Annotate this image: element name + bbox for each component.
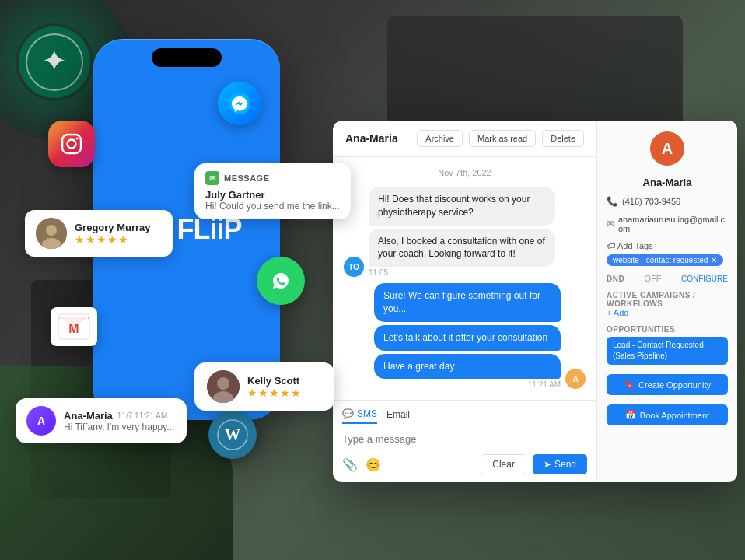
book-appointment-button[interactable]: 📅 Book Appointment (607, 404, 728, 425)
whatsapp-icon[interactable] (257, 257, 305, 305)
svg-text:M: M (68, 322, 79, 335)
chat-contact-name: Ana-Maria (345, 132, 398, 145)
chat-header-actions: Archive Mark as read Delete (417, 130, 584, 147)
notif-sender: July Gartner (205, 189, 340, 201)
email-icon: ✉ (607, 219, 614, 229)
svg-point-5 (76, 138, 79, 140)
tab-email[interactable]: Email (386, 408, 410, 424)
phone-icon: 📞 (607, 196, 618, 207)
kelly-avatar (207, 370, 240, 403)
svg-point-14 (46, 225, 57, 236)
book-appt-icon: 📅 (625, 410, 636, 420)
chat-header: Ana-Maria Archive Mark as read Delete (333, 121, 596, 157)
chat-compose: 💬 SMS Email 📎 😊 Clear ➤ Send (333, 400, 596, 482)
msg-time-2: 11:21 AM (374, 380, 561, 389)
configure-link[interactable]: CONFIGURE (681, 275, 728, 283)
attachment-icon[interactable]: 📎 (342, 457, 358, 472)
ana-maria-chat-notification: A Ana-Maria 11/7 11:21 AM Hi Tiffany, I'… (16, 398, 187, 443)
add-campaign-button[interactable]: + Add (607, 308, 728, 317)
bubble-outgoing-1: Sure! We can figure something out for yo… (374, 283, 561, 322)
gregory-info: Gregory Murray ★★★★★ (75, 222, 151, 246)
gregory-avatar (36, 218, 67, 249)
wordpress-icon[interactable]: W (208, 411, 257, 459)
contact-phone-row: 📞 (416) 703-9456 (607, 196, 728, 207)
campaigns-label: Active Campaigns / Workflows (607, 291, 728, 308)
kelly-name: Kelly Scott (247, 375, 302, 387)
phone-notch (152, 48, 222, 67)
contact-email: anamariaurusu.ing@gmail.com (618, 215, 728, 233)
messenger-icon[interactable] (218, 82, 261, 125)
gregory-stars: ★★★★★ (75, 233, 151, 246)
instagram-icon[interactable] (48, 121, 95, 167)
notif-label: MESSAGE (224, 173, 270, 183)
tags-section: 🏷 Add Tags website - contact requested ✕ (607, 241, 728, 266)
create-opp-icon: 🔖 (624, 380, 635, 390)
tab-sms[interactable]: 💬 SMS (342, 408, 377, 424)
contact-email-row: ✉ anamariaurusu.ing@gmail.com (607, 215, 728, 233)
bubble-outgoing-2: Let's talk about it after your consultat… (374, 325, 561, 351)
msg-avatar-to: TO (344, 257, 364, 277)
delete-button[interactable]: Delete (542, 130, 584, 147)
contact-name: Ana-Maria (607, 177, 728, 188)
kelly-info: Kelly Scott ★★★★★ (247, 375, 302, 399)
tag-chip-website: website - contact requested ✕ (607, 254, 723, 266)
notif-text: Hi! Could you send me the link... (205, 201, 340, 212)
contact-phone: (416) 703-9456 (622, 197, 680, 206)
july-gartner-notification: ✉ MESSAGE July Gartner Hi! Could you sen… (194, 163, 351, 219)
message-input[interactable] (342, 430, 587, 448)
tag-icon: 🏷 (607, 241, 615, 250)
ana-maria-notif-text: Hi Tiffany, I'm very happy... (64, 422, 174, 432)
gregory-name: Gregory Murray (75, 222, 151, 233)
compose-tabs: 💬 SMS Email (342, 408, 587, 424)
mark-read-button[interactable]: Mark as read (469, 130, 536, 147)
chat-messages: Nov 7th, 2022 TO Hi! Does that discount … (333, 157, 596, 400)
message-date: Nov 7th, 2022 (344, 168, 586, 177)
send-icon: ➤ (544, 459, 551, 470)
opportunities-section: Opportunities Lead - Contact Requested (… (607, 325, 728, 365)
svg-text:✦: ✦ (41, 44, 68, 79)
compose-icon-group: 📎 😊 (342, 457, 381, 472)
archive-button[interactable]: Archive (417, 130, 463, 147)
add-tags-button[interactable]: 🏷 Add Tags (607, 241, 728, 250)
svg-point-4 (68, 140, 76, 149)
chat-area: Ana-Maria Archive Mark as read Delete No… (333, 121, 597, 482)
svg-text:W: W (225, 426, 240, 443)
dnd-label: DND (607, 275, 624, 283)
dnd-value: OFF (645, 274, 662, 283)
clear-button[interactable]: Clear (481, 454, 526, 474)
create-opportunity-button[interactable]: 🔖 Create Opportunity (607, 374, 728, 395)
campaigns-section: Active Campaigns / Workflows + Add (607, 291, 728, 317)
svg-point-17 (217, 377, 229, 390)
notif-header: ✉ MESSAGE (205, 171, 340, 185)
message-row-incoming-1: TO Hi! Does that discount works on your … (344, 187, 586, 277)
svg-rect-3 (62, 135, 81, 153)
compose-bottom: 📎 😊 Clear ➤ Send (342, 454, 587, 474)
opportunity-chip[interactable]: Lead - Contact Requested (Sales Pipeline… (607, 337, 728, 365)
msg-time-1: 11:05 (369, 268, 555, 277)
contact-sidebar: A Ana-Maria 📞 (416) 703-9456 ✉ anamariau… (597, 121, 737, 482)
ana-maria-notif-info: Ana-Maria 11/7 11:21 AM Hi Tiffany, I'm … (64, 410, 174, 432)
contact-avatar-large: A (650, 131, 684, 166)
bubble-incoming-2: Also, I booked a consultation with one o… (369, 229, 555, 268)
compose-action-buttons: Clear ➤ Send (481, 454, 587, 474)
message-row-outgoing: Sure! We can figure something out for yo… (344, 283, 586, 389)
opportunities-label: Opportunities (607, 325, 728, 334)
emoji-icon[interactable]: 😊 (366, 457, 381, 472)
gregory-murray-card: Gregory Murray ★★★★★ (25, 210, 173, 257)
bubble-outgoing-3: Have a great day (374, 354, 561, 380)
msg-avatar-from: A (565, 369, 586, 389)
send-button[interactable]: ➤ Send (533, 454, 587, 474)
dnd-row: DND OFF CONFIGURE (607, 274, 728, 283)
message-icon: ✉ (205, 171, 219, 185)
kelly-scott-card: Kelly Scott ★★★★★ (194, 362, 334, 411)
tag-remove-icon[interactable]: ✕ (711, 256, 717, 264)
gmail-icon[interactable]: M (51, 307, 97, 346)
crm-panel: Ana-Maria Archive Mark as read Delete No… (333, 121, 737, 482)
bubble-incoming-1: Hi! Does that discount works on your phy… (369, 187, 555, 226)
ana-maria-notif-date: 11/7 11:21 AM (117, 411, 168, 420)
ana-maria-avatar-notif: A (26, 406, 56, 436)
ana-maria-notif-name: Ana-Maria (64, 410, 113, 422)
kelly-stars: ★★★★★ (247, 387, 302, 399)
